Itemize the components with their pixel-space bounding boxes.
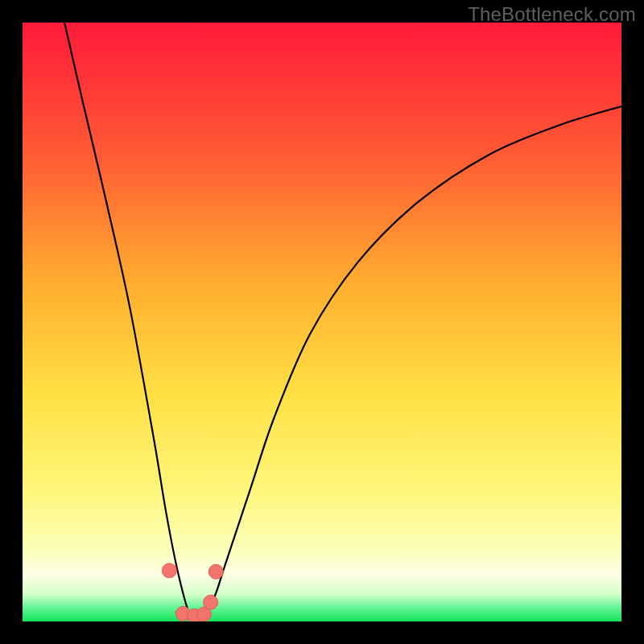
data-point: [162, 564, 176, 578]
data-point: [208, 564, 223, 579]
data-point-markers: [23, 23, 621, 621]
data-point: [204, 595, 218, 609]
chart-frame: [23, 23, 621, 621]
